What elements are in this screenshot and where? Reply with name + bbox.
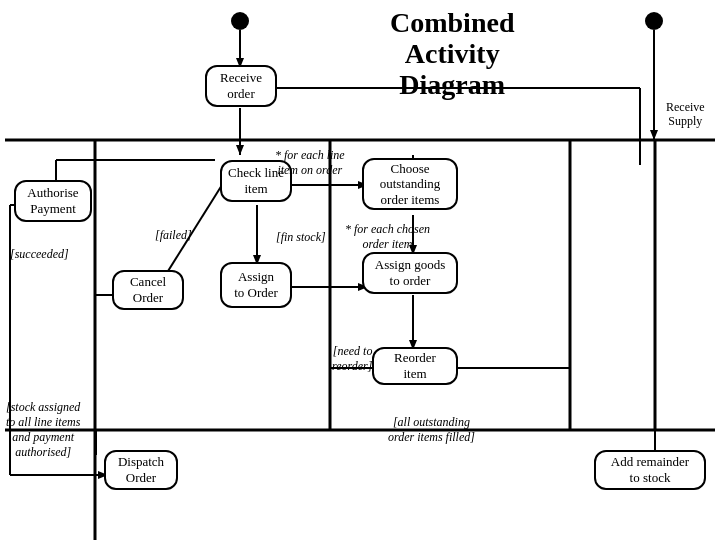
- assign-to-order-node: Assignto Order: [220, 262, 292, 308]
- authorise-payment-node: AuthorisePayment: [14, 180, 92, 222]
- start-circle-left: [231, 12, 249, 30]
- add-remainder-node: Add remainderto stock: [594, 450, 706, 490]
- cancel-order-node: CancelOrder: [112, 270, 184, 310]
- dispatch-order-node: DispatchOrder: [104, 450, 178, 490]
- diagram-title: CombinedActivityDiagram: [390, 8, 514, 100]
- diagram-container: CombinedActivityDiagram ReceiveSupply: [0, 0, 720, 540]
- succeeded-label: [succeeded]: [10, 247, 69, 262]
- reorder-item-node: Reorderitem: [372, 347, 458, 385]
- stock-assigned-label: [stock assignedto all line itemsand paym…: [6, 400, 80, 460]
- start-circle-right: [645, 12, 663, 30]
- all-outstanding-label: [all outstandingorder items filled]: [388, 415, 475, 445]
- svg-marker-35: [650, 130, 658, 140]
- receive-supply-label: ReceiveSupply: [666, 100, 705, 129]
- failed-label: [failed]: [155, 228, 192, 243]
- for-each-chosen-label: * for each chosenorder item: [345, 222, 430, 252]
- for-each-line-label: * for each lineitem on order: [275, 148, 345, 178]
- receive-order-node: Receiveorder: [205, 65, 277, 107]
- need-to-reorder-label: [need toreorder]: [332, 344, 372, 374]
- assign-goods-node: Assign goodsto order: [362, 252, 458, 294]
- fin-stock-label: [fin stock]: [276, 230, 326, 245]
- choose-outstanding-node: Chooseoutstandingorder items: [362, 158, 458, 210]
- svg-marker-9: [236, 145, 244, 155]
